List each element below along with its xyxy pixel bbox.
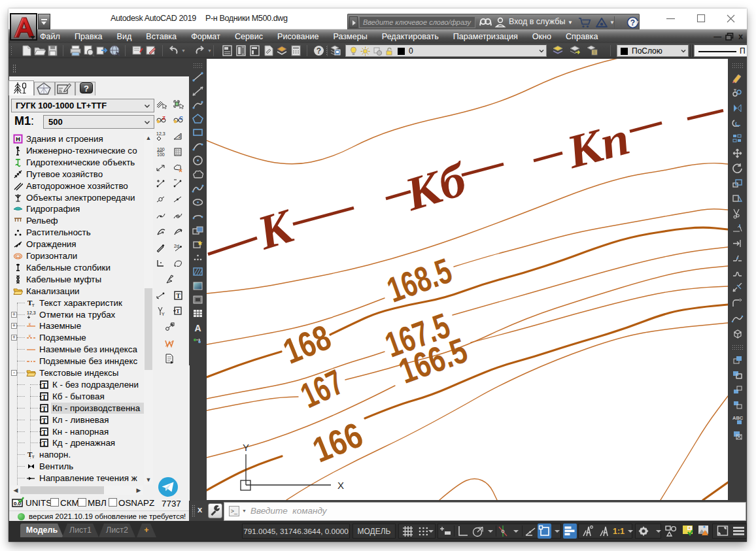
svg-text:T: T: [42, 393, 46, 400]
svg-text:Z: Z: [162, 115, 165, 121]
svg-text:T: T: [42, 440, 46, 447]
svg-text:X: X: [337, 480, 344, 491]
svg-text:Кп: Кп: [560, 112, 635, 178]
svg-text:2d: 2d: [174, 244, 179, 248]
svg-text:H: H: [16, 136, 20, 142]
svg-text:К: К: [251, 198, 301, 259]
svg-text:т: т: [32, 302, 35, 308]
svg-text:12,3: 12,3: [156, 131, 165, 136]
svg-text:Y: Y: [162, 312, 165, 316]
svg-text:T: T: [42, 381, 46, 388]
svg-text:100: 100: [157, 152, 165, 157]
svg-text:ABC: ABC: [732, 415, 744, 421]
svg-text:100: 100: [157, 147, 165, 152]
svg-text:168: 168: [278, 317, 336, 371]
svg-text:167: 167: [295, 362, 349, 415]
svg-text:т: т: [32, 454, 35, 459]
svg-text:12,3: 12,3: [27, 310, 36, 315]
svg-text:к: к: [29, 333, 31, 338]
svg-text:к: к: [29, 322, 31, 326]
svg-text:Кб: Кб: [398, 152, 474, 221]
svg-text:T: T: [42, 416, 46, 424]
svg-text:T: T: [176, 292, 180, 299]
svg-text:A: A: [194, 323, 201, 333]
svg-text:C: C: [179, 115, 183, 121]
svg-text:T: T: [42, 428, 46, 435]
svg-text:Y: Y: [243, 442, 249, 453]
svg-text:T: T: [42, 405, 46, 412]
svg-text:T: T: [176, 308, 180, 314]
svg-text:?: ?: [317, 46, 321, 56]
svg-text:168.5: 168.5: [382, 250, 456, 310]
